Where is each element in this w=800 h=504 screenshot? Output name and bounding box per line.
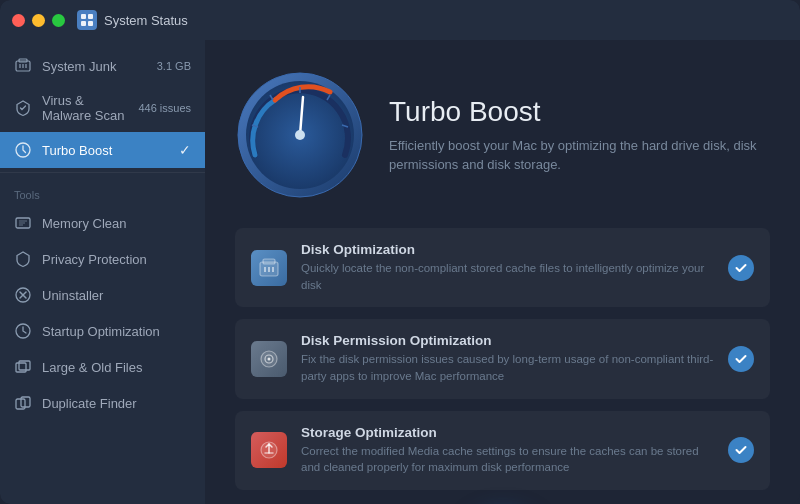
sidebar-divider xyxy=(0,172,205,173)
app-window: System Status System Junk 3.1 GB xyxy=(0,0,800,504)
svg-rect-32 xyxy=(263,259,275,264)
uninstaller-icon xyxy=(14,286,32,304)
svg-rect-0 xyxy=(81,14,86,19)
main-layout: System Junk 3.1 GB Virus & Malware Scan … xyxy=(0,40,800,504)
content-title: Turbo Boost xyxy=(389,96,770,128)
svg-rect-1 xyxy=(88,14,93,19)
uninstaller-label: Uninstaller xyxy=(42,288,191,303)
disk-optimization-title: Disk Optimization xyxy=(301,242,714,257)
virus-malware-icon xyxy=(14,99,32,117)
storage-optimization-icon xyxy=(251,432,287,468)
app-title: System Status xyxy=(104,13,188,28)
large-old-files-icon xyxy=(14,358,32,376)
feature-list: Disk Optimization Quickly locate the non… xyxy=(235,228,770,490)
feature-item-disk-permission: Disk Permission Optimization Fix the dis… xyxy=(235,319,770,398)
disk-optimization-check xyxy=(728,255,754,281)
sidebar: System Junk 3.1 GB Virus & Malware Scan … xyxy=(0,40,205,504)
turbo-boost-label: Turbo Boost xyxy=(42,143,169,158)
system-junk-label: System Junk xyxy=(42,59,147,74)
header-text: Turbo Boost Efficiently boost your Mac b… xyxy=(389,96,770,175)
feature-item-disk-optimization: Disk Optimization Quickly locate the non… xyxy=(235,228,770,307)
close-button[interactable] xyxy=(12,14,25,27)
sidebar-item-memory-clean[interactable]: Memory Clean xyxy=(0,205,205,241)
disk-permission-check xyxy=(728,346,754,372)
large-old-files-label: Large & Old Files xyxy=(42,360,191,375)
tools-section-label: Tools xyxy=(0,177,205,205)
memory-clean-label: Memory Clean xyxy=(42,216,191,231)
disk-permission-desc: Fix the disk permission issues caused by… xyxy=(301,351,714,384)
turbo-boost-icon xyxy=(14,141,32,159)
disk-permission-icon xyxy=(251,341,287,377)
maximize-button[interactable] xyxy=(52,14,65,27)
system-junk-badge: 3.1 GB xyxy=(157,60,191,72)
duplicate-finder-label: Duplicate Finder xyxy=(42,396,191,411)
svg-point-25 xyxy=(295,130,305,140)
system-junk-icon xyxy=(14,57,32,75)
minimize-button[interactable] xyxy=(32,14,45,27)
title-bar-label: System Status xyxy=(77,10,188,30)
disk-optimization-icon xyxy=(251,250,287,286)
duplicate-finder-icon xyxy=(14,394,32,412)
feature-item-storage-optimization: Storage Optimization Correct the modifie… xyxy=(235,411,770,490)
gauge-container xyxy=(235,70,365,200)
privacy-protection-icon xyxy=(14,250,32,268)
sidebar-item-uninstaller[interactable]: Uninstaller xyxy=(0,277,205,313)
storage-optimization-text: Storage Optimization Correct the modifie… xyxy=(301,425,714,476)
disk-permission-text: Disk Permission Optimization Fix the dis… xyxy=(301,333,714,384)
sidebar-item-duplicate-finder[interactable]: Duplicate Finder xyxy=(0,385,205,421)
traffic-lights xyxy=(12,14,65,27)
privacy-protection-label: Privacy Protection xyxy=(42,252,191,267)
virus-malware-label: Virus & Malware Scan xyxy=(42,93,128,123)
sidebar-item-startup-optimization[interactable]: Startup Optimization xyxy=(0,313,205,349)
disk-permission-title: Disk Permission Optimization xyxy=(301,333,714,348)
sidebar-item-virus-malware[interactable]: Virus & Malware Scan 446 issues xyxy=(0,84,205,132)
turbo-boost-check: ✓ xyxy=(179,142,191,158)
svg-rect-3 xyxy=(88,21,93,26)
title-bar: System Status xyxy=(0,0,800,40)
disk-optimization-text: Disk Optimization Quickly locate the non… xyxy=(301,242,714,293)
startup-optimization-label: Startup Optimization xyxy=(42,324,191,339)
svg-rect-2 xyxy=(81,21,86,26)
sidebar-item-system-junk[interactable]: System Junk 3.1 GB xyxy=(0,48,205,84)
app-icon xyxy=(77,10,97,30)
memory-clean-icon xyxy=(14,214,32,232)
storage-optimization-desc: Correct the modified Media cache setting… xyxy=(301,443,714,476)
content-description: Efficiently boost your Mac by optimizing… xyxy=(389,136,770,175)
storage-optimization-check xyxy=(728,437,754,463)
content-header: Turbo Boost Efficiently boost your Mac b… xyxy=(235,70,770,200)
virus-malware-badge: 446 issues xyxy=(138,102,191,114)
sidebar-item-large-old-files[interactable]: Large & Old Files xyxy=(0,349,205,385)
storage-optimization-title: Storage Optimization xyxy=(301,425,714,440)
sidebar-item-privacy-protection[interactable]: Privacy Protection xyxy=(0,241,205,277)
svg-point-38 xyxy=(268,358,271,361)
startup-optimization-icon xyxy=(14,322,32,340)
content-area: Turbo Boost Efficiently boost your Mac b… xyxy=(205,40,800,504)
sidebar-item-turbo-boost[interactable]: Turbo Boost ✓ xyxy=(0,132,205,168)
disk-optimization-desc: Quickly locate the non-compliant stored … xyxy=(301,260,714,293)
gauge-svg xyxy=(235,70,365,200)
